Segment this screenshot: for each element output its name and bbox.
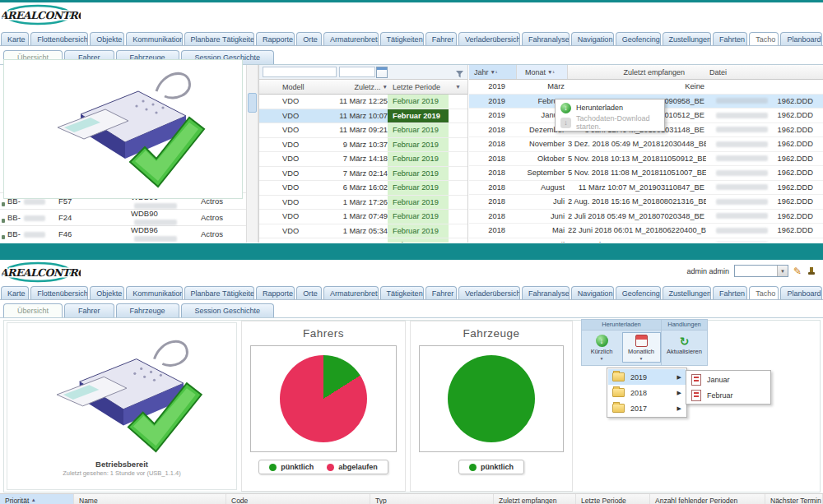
device-row[interactable]: VDO1 März 05:34Februar 2019 <box>259 224 467 239</box>
column-menu-icon[interactable]: ▼ <box>449 84 467 90</box>
device-row[interactable]: VDO6 März 16:02Februar 2019 <box>259 181 467 196</box>
period-row[interactable]: 2018Mai22 Juni 2018 06:01 M_201806220400… <box>469 224 823 238</box>
year-menu-item[interactable]: 2019▶ <box>608 369 686 385</box>
main-tab[interactable]: Fahrten <box>713 286 747 299</box>
device-row[interactable]: VDO7 März 14:18Februar 2019 <box>259 152 467 167</box>
folder-icon <box>612 388 625 397</box>
user-dropdown[interactable] <box>734 265 788 277</box>
ribbon-button[interactable]: Kürzlich▼ <box>583 332 621 363</box>
vehicle-row[interactable]: BB-F24WDB90Actros <box>0 209 246 225</box>
main-tab[interactable]: Zustellungen <box>663 32 711 45</box>
main-tab[interactable]: Verladerübersicht <box>458 32 520 45</box>
column-letzte-periode[interactable]: Letzte Periode <box>388 83 449 91</box>
main-tab[interactable]: Navigation <box>571 286 614 299</box>
footer-column-header[interactable]: Priorität ▲ <box>0 494 74 504</box>
period-row[interactable]: 2018Juli2 Aug. 2018 15:16 M_201808021316… <box>469 195 823 210</box>
main-tab[interactable]: Kommunikation <box>126 286 182 299</box>
period-row[interactable]: 2018August11 März 10:07 M_201903110847_B… <box>469 181 823 196</box>
ribbon-button[interactable]: Aktualisieren <box>665 332 704 358</box>
main-tab[interactable]: Kommunikation <box>126 32 182 45</box>
main-tab[interactable]: Navigation <box>571 32 614 45</box>
period-row[interactable]: 2018Oktober5 Nov. 2018 10:13 M_201811050… <box>469 152 823 167</box>
main-tab[interactable]: Tacho <box>749 32 779 45</box>
footer-column-header[interactable]: Anzahl fehlender Perioden <box>650 494 765 504</box>
year-menu-item[interactable]: 2017▶ <box>608 400 686 416</box>
period-row[interactable]: 2019MärzKeine <box>469 80 823 95</box>
main-tab[interactable]: Rapporte <box>256 286 295 299</box>
main-tab[interactable]: Planbare Tätigkeiten <box>184 286 254 299</box>
device-row[interactable]: VDO1 März 00:18Februar 2019 <box>259 238 467 243</box>
column-zuletzt-empfangen[interactable]: Zuletzt empfangen <box>568 68 706 76</box>
main-tab[interactable]: Planboard <box>780 286 822 299</box>
main-tab[interactable]: Fahranalyse <box>522 32 570 45</box>
main-tab[interactable]: Karte <box>1 32 29 45</box>
main-tab[interactable]: Planbare Tätigkeiten <box>184 32 254 45</box>
modell-filter-input[interactable] <box>263 67 337 77</box>
month-menu-item[interactable]: Februar <box>687 387 770 403</box>
device-row[interactable]: VDO11 März 09:21Februar 2019 <box>259 123 467 138</box>
device-row[interactable]: VDO1 März 07:49Februar 2019 <box>259 210 467 224</box>
main-tab[interactable]: Orte <box>296 32 322 45</box>
main-tab[interactable]: Karte <box>1 286 29 299</box>
context-menu-item[interactable]: Herunterladen <box>556 100 663 115</box>
column-datei[interactable]: Datei <box>706 68 823 76</box>
footer-column-header[interactable]: Typ <box>370 494 494 504</box>
main-tab[interactable]: Fahrer <box>425 286 457 299</box>
main-tab[interactable]: Verladerübersicht <box>458 286 520 299</box>
year-menu-item[interactable]: 2018▶ <box>608 385 686 400</box>
period-row[interactable]: 2018September5 Nov. 2018 11:08 M_2018110… <box>469 166 823 181</box>
sub-tab[interactable]: Fahrer <box>64 303 114 317</box>
column-monat[interactable]: Monat▼¹ <box>517 65 568 79</box>
funnel-filter-icon[interactable] <box>455 67 464 82</box>
main-tab[interactable]: Tätigkeiten <box>380 32 424 45</box>
edit-pencil-icon[interactable]: ✎ <box>793 266 802 277</box>
main-tab[interactable]: Tacho <box>749 286 779 299</box>
fahrers-pie <box>280 355 367 442</box>
footer-column-header[interactable]: Nächster Termin <box>765 494 823 504</box>
context-menu-item[interactable]: Tachodaten-Download starten. <box>556 115 663 130</box>
device-row[interactable]: VDO7 März 02:14Februar 2019 <box>259 167 467 182</box>
device-row[interactable]: VDO11 März 12:25Februar 2019 <box>259 95 467 109</box>
zuletzt-filter-input[interactable] <box>339 67 375 77</box>
main-tab[interactable]: Fahrten <box>713 32 747 45</box>
sub-tab[interactable]: Session Geschichte <box>181 303 275 317</box>
vehicle-row[interactable]: BB-F46WDB96Actros <box>0 225 246 242</box>
footer-column-header[interactable]: Code <box>226 494 370 504</box>
main-tab[interactable]: Orte <box>296 286 322 299</box>
main-tab[interactable]: Armaturenbrett <box>323 32 379 45</box>
month-menu-item[interactable]: Januar <box>687 372 770 387</box>
device-row[interactable]: VDO9 März 10:37Februar 2019 <box>259 138 467 153</box>
main-tab[interactable]: Geofencing <box>616 32 661 45</box>
main-tab[interactable]: Objekte <box>90 286 124 299</box>
main-tab[interactable]: Rapporte <box>256 32 295 45</box>
scrollbar-thumb[interactable] <box>248 93 257 113</box>
sub-tab[interactable]: Fahrzeuge <box>116 303 179 317</box>
footer-column-header[interactable]: Name <box>74 494 226 504</box>
main-tab[interactable]: Planboard <box>780 32 822 45</box>
period-row[interactable]: 2018April1 Feb. 13:44 M_201902011244_BE1… <box>469 238 823 243</box>
footer-column-header[interactable]: Letzte Periode <box>576 494 650 504</box>
ribbon-button[interactable]: Monatlich▼ <box>622 332 661 363</box>
device-row[interactable]: VDO1 März 17:26Februar 2019 <box>259 196 467 210</box>
main-tab[interactable]: Armaturenbrett <box>323 286 379 299</box>
main-tab[interactable]: Flottenübersicht <box>30 32 88 45</box>
column-modell[interactable]: Modell <box>259 83 322 91</box>
main-tab[interactable]: Fahranalyse <box>522 286 570 299</box>
period-row[interactable]: 2018Juni2 Juli 2018 05:49 M_201807020348… <box>469 210 823 224</box>
sub-tab[interactable]: Übersicht <box>3 303 63 317</box>
device-table: Modell Zuletz...▼ Letzte Periode ▼ VDO11… <box>258 65 468 243</box>
main-tab[interactable]: Objekte <box>90 32 124 45</box>
column-zuletzt[interactable]: Zuletz...▼ <box>322 83 388 91</box>
footer-column-header[interactable]: Zuletzt empfangen <box>494 494 576 504</box>
main-tab[interactable]: Fahrer <box>425 32 457 45</box>
main-tab[interactable]: Tätigkeiten <box>380 286 424 299</box>
column-jahr[interactable]: Jahr▼¹ <box>469 65 517 79</box>
calendar-icon[interactable] <box>376 67 388 78</box>
main-tab[interactable]: Geofencing <box>616 286 661 299</box>
vertical-scrollbar[interactable] <box>246 65 258 243</box>
period-row[interactable]: 2018November3 Dez. 2018 05:49 M_20181203… <box>469 137 823 152</box>
main-tab[interactable]: Zustellungen <box>663 286 711 299</box>
main-tab[interactable]: Flottenübersicht <box>30 286 88 299</box>
tool-icon[interactable] <box>807 266 816 276</box>
device-row[interactable]: VDO11 März 10:07Februar 2019 <box>259 109 467 124</box>
